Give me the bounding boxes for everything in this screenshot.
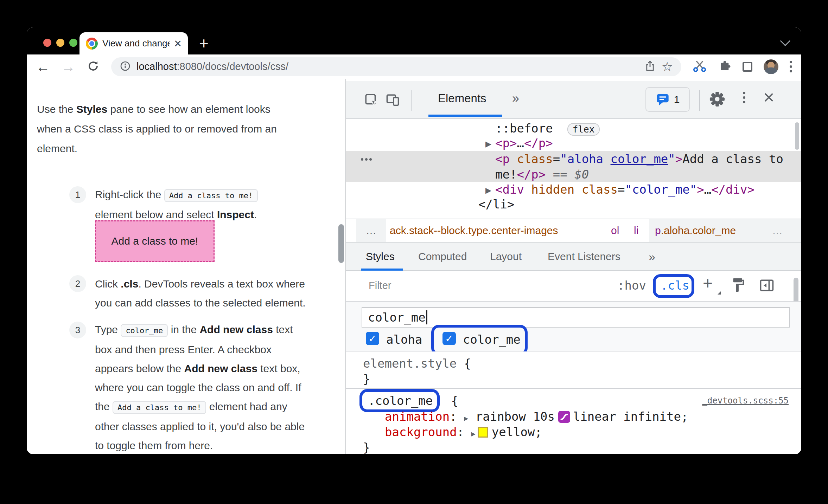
step-1-text: Right-click the Add a class to me! eleme… xyxy=(95,185,327,224)
step-2-text: Click .cls. DevTools reveals a text box … xyxy=(95,274,327,312)
active-tab-underline xyxy=(428,115,502,117)
issues-counter[interactable]: 1 xyxy=(645,87,690,112)
more-actions-icon[interactable] xyxy=(361,158,372,161)
side-panel-icon[interactable] xyxy=(743,62,752,72)
colorme-selector[interactable]: .color_me xyxy=(368,394,433,408)
window-minimize-button[interactable] xyxy=(56,39,64,47)
expand-arrow-icon[interactable]: ▶ xyxy=(485,140,491,149)
tab-event-listeners[interactable]: Event Listeners xyxy=(548,243,620,271)
inspect-icon[interactable] xyxy=(364,93,379,109)
devtools-menu-icon[interactable] xyxy=(743,92,745,103)
class-label-aloha: aloha xyxy=(386,332,422,347)
breadcrumb-item[interactable]: li xyxy=(634,219,638,242)
element-style-selector[interactable]: element.style xyxy=(363,356,457,370)
flex-badge[interactable]: flex xyxy=(567,123,600,136)
element-style-selector-line: element.style { xyxy=(363,356,471,371)
pseudo-element-node[interactable]: ::before flex xyxy=(495,121,600,137)
tab-title: View and change CSS - Chrome xyxy=(102,38,170,49)
breadcrumb: … ack.stack--block.type.center-images ol… xyxy=(346,219,801,243)
text-caret xyxy=(426,310,427,324)
class-editor: color_me ✓ aloha ✓ color_me xyxy=(346,302,801,351)
new-style-rule-button[interactable]: + xyxy=(703,273,713,293)
more-panels-icon[interactable]: » xyxy=(512,91,519,106)
extensions-puzzle-icon[interactable] xyxy=(718,59,731,74)
collapsed-p-node[interactable]: <p>…</p> xyxy=(495,135,553,151)
expand-value-icon[interactable]: ▶ xyxy=(471,429,476,438)
step-3-text: Type color_me in the Add new class text … xyxy=(95,320,327,454)
content-area: Use the Styles pane to see how an elemen… xyxy=(27,79,801,454)
devtools-close-icon[interactable]: × xyxy=(763,86,775,108)
chrome-logo-icon xyxy=(86,38,98,50)
breadcrumb-item-selected[interactable]: p.aloha.color_me … xyxy=(649,219,801,242)
profile-avatar[interactable] xyxy=(764,59,778,74)
settings-gear-icon[interactable] xyxy=(709,91,725,109)
demo-element[interactable]: Add a class to me! xyxy=(95,220,215,262)
breadcrumb-item[interactable]: ack.stack--block.type.center-images xyxy=(390,219,558,242)
tab-styles[interactable]: Styles xyxy=(366,243,395,271)
devtools-header: Elements » 1 × xyxy=(346,81,801,119)
screenshot: View and change CSS - Chrome × + ← → loc… xyxy=(0,0,828,504)
tab-computed[interactable]: Computed xyxy=(418,243,467,271)
color-swatch[interactable] xyxy=(478,427,488,438)
window-close-button[interactable] xyxy=(43,39,51,47)
toolbar-separator xyxy=(699,90,700,111)
window-maximize-button[interactable] xyxy=(69,39,77,47)
forward-button: → xyxy=(61,60,75,74)
tab-strip: View and change CSS - Chrome × + xyxy=(27,27,801,54)
browser-tab[interactable]: View and change CSS - Chrome × xyxy=(79,32,188,54)
inline-code: Add a class to me! xyxy=(164,189,258,202)
page-scrollbar[interactable] xyxy=(338,224,344,263)
breadcrumb-overflow-right[interactable]: … xyxy=(772,225,783,237)
address-bar[interactable]: localhost:8080/docs/devtools/css/ ☆ xyxy=(111,57,681,76)
class-label-colorme: color_me xyxy=(463,332,521,347)
paint-format-icon[interactable] xyxy=(730,277,746,295)
dock-side-icon[interactable] xyxy=(759,278,775,295)
expand-arrow-icon[interactable]: ▶ xyxy=(485,186,491,195)
animation-property[interactable]: animation: ▶ rainbow 10slinear infinite; xyxy=(385,409,688,426)
source-file-link[interactable]: _devtools.scss:55 xyxy=(702,396,789,406)
tab-elements[interactable]: Elements xyxy=(438,92,486,105)
site-info-icon[interactable] xyxy=(120,60,131,73)
hidden-div-node[interactable]: <div hidden class="color_me">…</div> xyxy=(495,182,754,197)
class-checkbox-colorme[interactable]: ✓ xyxy=(442,332,456,345)
colorme-rule: .color_me { _devtools.scss:55 animation:… xyxy=(346,389,801,454)
new-tab-button[interactable]: + xyxy=(199,34,209,53)
reload-button[interactable] xyxy=(87,59,100,74)
url-text: localhost:8080/docs/devtools/css/ xyxy=(136,61,638,72)
breadcrumb-overflow-left[interactable]: … xyxy=(356,219,386,242)
dom-scrollbar[interactable] xyxy=(795,122,799,150)
bezier-editor-icon[interactable] xyxy=(558,411,570,423)
filter-input[interactable]: Filter xyxy=(369,280,391,291)
li-close-node[interactable]: </li> xyxy=(478,196,514,212)
element-style-close: } xyxy=(363,371,370,387)
rule-open-brace: { xyxy=(444,393,458,408)
back-button[interactable]: ← xyxy=(36,60,50,74)
selected-node-line-2: me!</p> == $0 xyxy=(495,167,589,182)
rule-close-brace: } xyxy=(363,440,370,454)
styles-pane-tabs: Styles Computed Layout Event Listeners » xyxy=(346,243,801,271)
tab-search-chevron-icon[interactable] xyxy=(780,36,791,46)
inline-code: color_me xyxy=(121,324,168,337)
bookmark-star-icon[interactable]: ☆ xyxy=(662,60,673,73)
styles-filter-bar: Filter :hov .cls + xyxy=(346,271,801,302)
colorme-selector-line: .color_me xyxy=(368,393,433,408)
issues-bubble-icon xyxy=(656,92,670,106)
browser-toolbar: ← → localhost:8080/docs/devtools/css/ ☆ xyxy=(27,54,801,79)
background-property[interactable]: background: ▶yellow; xyxy=(385,424,542,441)
more-tabs-icon[interactable]: » xyxy=(649,243,655,271)
device-toolbar-icon[interactable] xyxy=(385,92,401,109)
class-checkbox-aloha[interactable]: ✓ xyxy=(366,332,379,345)
step-number-2: 2 xyxy=(69,275,86,292)
devtools-panel: Elements » 1 × ::before fl xyxy=(346,79,801,454)
breadcrumb-item[interactable]: ol xyxy=(611,219,619,242)
scissors-extension-icon[interactable] xyxy=(693,59,707,75)
expand-value-icon[interactable]: ▶ xyxy=(464,414,468,422)
toggle-hover-state[interactable]: :hov xyxy=(617,278,646,292)
add-class-input[interactable]: color_me xyxy=(362,307,790,328)
toggle-element-classes[interactable]: .cls xyxy=(661,278,689,292)
tab-layout[interactable]: Layout xyxy=(490,243,522,271)
browser-menu-icon[interactable] xyxy=(790,61,792,72)
tab-close-icon[interactable]: × xyxy=(174,37,181,50)
browser-window: View and change CSS - Chrome × + ← → loc… xyxy=(27,27,801,454)
share-icon[interactable] xyxy=(644,60,656,73)
